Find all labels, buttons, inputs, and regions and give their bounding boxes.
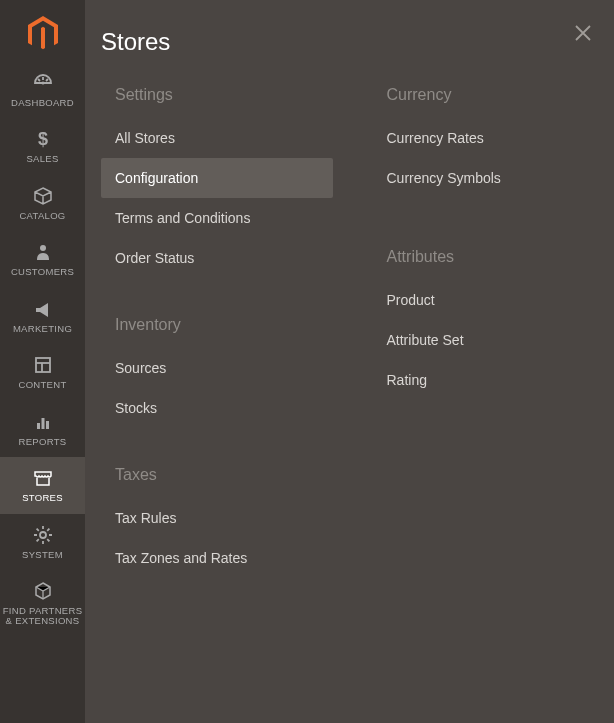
link-tax-zones-and-rates[interactable]: Tax Zones and Rates	[101, 538, 343, 578]
sidebar-item-label: FIND PARTNERS & EXTENSIONS	[2, 606, 83, 627]
sidebar-item-label: SALES	[26, 154, 58, 164]
section-settings: Settings All Stores Configuration Terms …	[101, 76, 343, 278]
link-currency-symbols[interactable]: Currency Symbols	[373, 158, 615, 198]
right-column: Currency Currency Rates Currency Symbols…	[373, 76, 615, 606]
link-order-status[interactable]: Order Status	[101, 238, 343, 278]
store-icon	[32, 467, 54, 489]
dollar-icon: $	[32, 128, 54, 150]
link-all-stores[interactable]: All Stores	[101, 118, 343, 158]
sidebar-item-label: CATALOG	[19, 211, 65, 221]
section-taxes: Taxes Tax Rules Tax Zones and Rates	[101, 456, 343, 578]
admin-sidebar: DASHBOARD $ SALES CATALOG CUSTOMERS MARK…	[0, 0, 85, 723]
chart-icon	[32, 411, 54, 433]
link-rating[interactable]: Rating	[373, 360, 615, 400]
link-configuration[interactable]: Configuration	[101, 158, 333, 198]
link-stocks[interactable]: Stocks	[101, 388, 343, 428]
layout-icon	[32, 354, 54, 376]
section-heading: Attributes	[373, 238, 615, 280]
sidebar-item-customers[interactable]: CUSTOMERS	[0, 231, 85, 287]
svg-rect-6	[37, 423, 40, 429]
sidebar-item-label: CONTENT	[18, 380, 66, 390]
sidebar-item-reports[interactable]: REPORTS	[0, 401, 85, 457]
sidebar-item-label: STORES	[22, 493, 63, 503]
svg-point-2	[40, 245, 46, 251]
sidebar-item-marketing[interactable]: MARKETING	[0, 288, 85, 344]
box-icon	[32, 185, 54, 207]
section-heading: Taxes	[101, 456, 343, 498]
link-sources[interactable]: Sources	[101, 348, 343, 388]
sidebar-item-system[interactable]: SYSTEM	[0, 514, 85, 570]
section-heading: Inventory	[101, 306, 343, 348]
sidebar-item-content[interactable]: CONTENT	[0, 344, 85, 400]
sidebar-item-label: DASHBOARD	[11, 98, 74, 108]
link-terms-and-conditions[interactable]: Terms and Conditions	[101, 198, 343, 238]
stores-flyout-panel: Stores Settings All Stores Configuration…	[85, 0, 614, 723]
gear-icon	[32, 524, 54, 546]
dashboard-icon	[32, 72, 54, 94]
section-currency: Currency Currency Rates Currency Symbols	[373, 76, 615, 198]
sidebar-item-label: SYSTEM	[22, 550, 63, 560]
section-inventory: Inventory Sources Stocks	[101, 306, 343, 428]
section-heading: Settings	[101, 76, 343, 118]
svg-text:$: $	[37, 129, 47, 149]
sidebar-item-catalog[interactable]: CATALOG	[0, 175, 85, 231]
sidebar-item-find-partners[interactable]: FIND PARTNERS & EXTENSIONS	[0, 570, 85, 637]
megaphone-icon	[32, 298, 54, 320]
magento-logo[interactable]	[0, 0, 85, 62]
svg-rect-3	[36, 358, 50, 372]
section-attributes: Attributes Product Attribute Set Rating	[373, 238, 615, 400]
close-button[interactable]	[574, 24, 592, 46]
puzzle-icon	[32, 580, 54, 602]
link-tax-rules[interactable]: Tax Rules	[101, 498, 343, 538]
left-column: Settings All Stores Configuration Terms …	[101, 76, 343, 606]
svg-point-0	[41, 82, 44, 85]
sidebar-item-dashboard[interactable]: DASHBOARD	[0, 62, 85, 118]
link-currency-rates[interactable]: Currency Rates	[373, 118, 615, 158]
sidebar-item-label: CUSTOMERS	[11, 267, 74, 277]
link-attribute-set[interactable]: Attribute Set	[373, 320, 615, 360]
close-icon	[574, 24, 592, 42]
sidebar-item-label: REPORTS	[19, 437, 67, 447]
sidebar-item-sales[interactable]: $ SALES	[0, 118, 85, 174]
svg-rect-7	[41, 418, 44, 429]
sidebar-item-label: MARKETING	[13, 324, 72, 334]
section-heading: Currency	[373, 76, 615, 118]
svg-rect-8	[46, 421, 49, 429]
panel-title: Stores	[101, 28, 614, 76]
person-icon	[32, 241, 54, 263]
sidebar-item-stores[interactable]: STORES	[0, 457, 85, 513]
link-product[interactable]: Product	[373, 280, 615, 320]
svg-point-9	[40, 532, 46, 538]
